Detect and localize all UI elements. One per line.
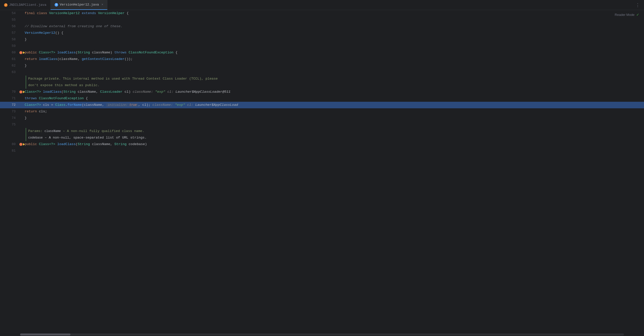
tab-bar: J JNDILDAPClient.java V VersionHelper12.… — [0, 0, 644, 10]
code-line: Params: className – A non-null fully qua… — [0, 128, 644, 135]
line-number: 59 — [2, 43, 20, 49]
code-line: 59 — [0, 43, 644, 49]
line-code: VersionHelper12() { — [25, 30, 63, 36]
reader-mode-controls: Reader Mode ✓ — [615, 12, 639, 17]
code-line: 55 — [0, 17, 644, 23]
breakpoint-dot — [19, 143, 22, 146]
line-gutter — [20, 90, 25, 93]
breakpoint-icon — [19, 51, 25, 54]
breakpoint-dot — [19, 51, 22, 54]
code-line: 58 } — [0, 36, 644, 43]
line-number: 63 — [2, 69, 20, 76]
line-code: public Class<?> loadClass(String classNa… — [25, 49, 178, 56]
code-lines: 54final class VersionHelper12 extends Ve… — [0, 10, 644, 154]
code-line: 75 — [0, 121, 644, 128]
line-code: } — [25, 36, 27, 43]
code-line: 81 — [0, 148, 644, 154]
tab-jndi[interactable]: J JNDILDAPClient.java — [0, 0, 51, 10]
reader-mode-button[interactable]: Reader Mode — [615, 13, 635, 17]
tab-label-version: VersionHelper12.java — [60, 3, 99, 7]
tab-bar-right: ⋮ — [635, 2, 644, 8]
code-line: 56 // Disallow external from creating on… — [0, 23, 644, 30]
code-line: 74 } — [0, 115, 644, 121]
code-area: 54final class VersionHelper12 extends Ve… — [0, 10, 644, 333]
breakpoint-icon — [19, 90, 25, 93]
line-code: } — [25, 115, 27, 121]
code-line: 71 throws ClassNotFoundException { — [0, 95, 644, 102]
line-number: 55 — [2, 17, 20, 23]
code-line: 61 return loadClass(className, getContex… — [0, 56, 644, 62]
scrollbar-track — [20, 333, 624, 335]
line-number: 62 — [2, 62, 20, 69]
line-number: 81 — [2, 148, 20, 154]
reader-mode-check-icon: ✓ — [636, 12, 639, 17]
line-number: 56 — [2, 23, 20, 30]
line-code: return loadClass(className, getContextCl… — [25, 56, 133, 62]
code-line: 54final class VersionHelper12 extends Ve… — [0, 10, 644, 17]
code-line: 70 Class<?> loadClass(String className, … — [0, 89, 644, 95]
tab-close-version[interactable]: × — [101, 3, 103, 7]
line-number: 75 — [2, 121, 20, 128]
code-line: don't expose this method as public. — [0, 82, 644, 89]
line-number: 72 — [2, 102, 20, 108]
line-code: Params: className – A non-null fully qua… — [26, 128, 144, 135]
line-number: 71 — [2, 95, 20, 102]
line-number: 70 — [2, 89, 20, 95]
tab-label-jndi: JNDILDAPClient.java — [9, 3, 46, 7]
line-code: Class<?> cls = Class.forName(className, … — [25, 102, 238, 108]
code-line: 60 public Class<?> loadClass(String clas… — [0, 49, 644, 56]
line-number: 57 — [2, 30, 20, 36]
code-line: 63 — [0, 69, 644, 76]
scrollbar-thumb[interactable] — [20, 333, 70, 335]
code-line: 72 Class<?> cls = Class.forName(classNam… — [0, 102, 644, 108]
line-number: 74 — [2, 115, 20, 121]
line-gutter — [20, 51, 25, 54]
code-line: Package private. This internal method is… — [0, 76, 644, 82]
line-code: final class VersionHelper12 extends Vers… — [25, 10, 129, 17]
tab-icon-version: V — [55, 3, 58, 7]
line-code: Package private. This internal method is… — [26, 76, 218, 82]
editor-container: J JNDILDAPClient.java V VersionHelper12.… — [0, 0, 644, 336]
line-code: don't expose this method as public. — [26, 82, 100, 89]
line-gutter — [20, 143, 25, 146]
line-number: 61 — [2, 56, 20, 62]
code-line: 57 VersionHelper12() { — [0, 30, 644, 36]
line-number: 54 — [2, 10, 20, 17]
line-number: 80 — [2, 141, 20, 148]
breakpoint-dot — [19, 90, 22, 93]
line-code: // Disallow external from creating one o… — [25, 23, 123, 30]
line-code: Class<?> loadClass(String className, Cla… — [25, 89, 230, 95]
more-actions-icon[interactable]: ⋮ — [635, 2, 640, 8]
code-content: 54final class VersionHelper12 extends Ve… — [0, 10, 644, 333]
line-number: 58 — [2, 36, 20, 43]
line-code: codebase – A non-null, space-separated l… — [26, 135, 147, 141]
line-code: public Class<?> loadClass(String classNa… — [25, 141, 147, 148]
line-code: } — [25, 62, 27, 69]
breakpoint-icon — [19, 143, 25, 146]
scrollbar-horizontal[interactable] — [0, 333, 644, 336]
code-line: 73 return cls; — [0, 108, 644, 115]
line-number: 60 — [2, 49, 20, 56]
line-code: return cls; — [25, 108, 47, 115]
tab-version[interactable]: V VersionHelper12.java × — [51, 0, 107, 10]
line-number: 73 — [2, 108, 20, 115]
code-line: 80 public Class<?> loadClass(String clas… — [0, 141, 644, 148]
tab-icon-jndi: J — [4, 3, 8, 7]
code-line: 62 } — [0, 62, 644, 69]
line-code: throws ClassNotFoundException { — [25, 95, 88, 102]
code-line: codebase – A non-null, space-separated l… — [0, 135, 644, 141]
